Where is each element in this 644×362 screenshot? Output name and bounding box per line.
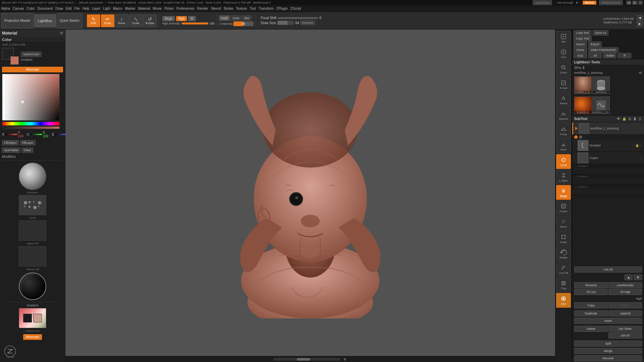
aahal-button[interactable]: AAHal	[556, 93, 571, 107]
alpha-preview[interactable]	[19, 221, 46, 241]
move-button[interactable]: ↕ Move	[115, 14, 128, 27]
panel-refresh-button[interactable]: ↺	[60, 31, 63, 36]
menu-color[interactable]: Color	[26, 7, 35, 10]
scroll-button[interactable]: Scrl	[556, 46, 571, 61]
menu-texture[interactable]: Texture	[236, 7, 247, 10]
clone-button[interactable]: Clone	[574, 47, 587, 53]
menu-preferences[interactable]: Preferences	[176, 7, 195, 10]
copy-button[interactable]: Copy	[574, 302, 608, 308]
color-swatch-area[interactable]	[2, 48, 19, 65]
focal-shift-slider[interactable]	[278, 17, 318, 19]
brit-button[interactable]: Brit	[556, 31, 571, 46]
menu-file[interactable]: File	[74, 7, 80, 10]
local-button[interactable]: Local	[556, 154, 571, 169]
b-slider[interactable]	[55, 134, 67, 135]
gxyz-button[interactable]: Gxyz	[556, 185, 571, 200]
floor-button[interactable]: Floor	[556, 139, 571, 154]
menu-tool[interactable]: Tool	[250, 7, 256, 10]
visible-button[interactable]: Visible	[603, 53, 616, 58]
menu-macro[interactable]: Macro	[113, 7, 122, 10]
nav-right-button[interactable]: ▶	[637, 21, 643, 26]
tool-thumb-simplebr[interactable]: SimpleBrush	[574, 97, 592, 114]
sys-palette-button[interactable]: SysPalette	[2, 147, 20, 153]
nav-icon-1[interactable]: ◀	[626, 1, 631, 5]
menu-zscript[interactable]: ZScript	[290, 7, 301, 10]
export-button[interactable]: Export	[588, 42, 602, 47]
load-tool-button[interactable]: Load Tool	[574, 30, 591, 36]
mrgb-button[interactable]: Mrgb	[162, 16, 175, 21]
list-all-button[interactable]: List All	[574, 266, 642, 273]
remesh-button[interactable]: Remesh	[574, 355, 642, 361]
m-button[interactable]: M	[188, 16, 196, 21]
scale-button[interactable]: ⤡ Scale	[129, 14, 143, 27]
menu-edit[interactable]: Edit	[66, 7, 71, 10]
fill-object-button[interactable]: FillObject	[2, 140, 19, 145]
lsym-button[interactable]: L.Sym	[556, 170, 571, 184]
subtool-row-1[interactable]: workflow_1_texturing ○	[572, 122, 644, 135]
alternate-button[interactable]: Alternate	[2, 67, 63, 72]
zsub-button[interactable]: Zsub	[230, 15, 241, 21]
paste-button[interactable]: Paste	[608, 302, 642, 308]
subtool-vis-2[interactable]: ○	[633, 144, 635, 147]
edit-button[interactable]: ✎ Edit	[87, 14, 100, 27]
tool-thumb-workflow[interactable]: workflow_1_te...	[574, 76, 592, 94]
copy-tool-button[interactable]: Copy Tool	[574, 36, 592, 41]
frame-button[interactable]: Frame	[556, 200, 571, 215]
color-picker[interactable]	[2, 74, 63, 129]
persp-button[interactable]: Persp	[556, 123, 571, 138]
del-all-button[interactable]: Del All	[608, 333, 642, 339]
save-as-button[interactable]: Save As	[593, 30, 608, 36]
menu-canvas[interactable]: Canvas	[13, 7, 24, 10]
subtool-down-button[interactable]: ▼	[634, 275, 642, 280]
subtool-eye-icon[interactable]: 👁	[616, 117, 621, 121]
switchcolor-button[interactable]: SwitchColor	[21, 52, 42, 57]
dynami-button[interactable]: Dynami	[556, 108, 571, 123]
menu-material[interactable]: Material	[138, 7, 150, 10]
menu-alpha[interactable]: Alpha	[1, 7, 10, 10]
default-script[interactable]: DefaultZScript	[599, 0, 623, 5]
append-button[interactable]: Append	[608, 310, 642, 316]
delete-button[interactable]: Delete	[574, 326, 608, 332]
fill-layer-button[interactable]: FillLayer	[20, 140, 36, 145]
rgb-intensity-slider[interactable]	[181, 22, 208, 24]
rotate-button[interactable]: ↺ Rotate	[143, 14, 157, 27]
dynamic-label[interactable]: Dynamic	[301, 20, 315, 25]
menu-stencil[interactable]: Stencil	[211, 7, 221, 10]
draw-button[interactable]: ✏ Draw	[101, 14, 114, 27]
menu-layer[interactable]: Layer	[92, 7, 100, 10]
lightbox-button[interactable]: LightBox	[34, 14, 56, 27]
menu-marker[interactable]: Marker	[125, 7, 136, 10]
insert-button[interactable]: Insert	[574, 318, 642, 324]
r-button[interactable]: R	[618, 53, 631, 58]
tool-thumb-cylinder[interactable]: Cylinder3D	[592, 76, 610, 94]
r-slider[interactable]	[5, 134, 17, 135]
all-low-button[interactable]: All Low	[574, 289, 608, 295]
subtool-target-icon[interactable]: ◎	[628, 117, 632, 121]
texture-preview[interactable]	[19, 246, 46, 266]
quicksave-top[interactable]: QuickSave	[533, 0, 552, 5]
subtool-row-3[interactable]: Augen ○	[572, 152, 644, 164]
actual-button[interactable]: Actual	[556, 77, 571, 92]
menu-stroke[interactable]: Stroke	[224, 7, 233, 10]
subtool-vis-1[interactable]: ○	[640, 127, 642, 130]
nav-icon-2[interactable]: ▶	[632, 1, 637, 5]
gradient-preview[interactable]	[19, 308, 46, 328]
all-high-button[interactable]: All High	[608, 289, 642, 295]
split-button[interactable]: Split	[574, 341, 642, 347]
color-picker-main[interactable]	[2, 74, 60, 121]
menu-movie[interactable]: Movie	[153, 7, 162, 10]
projection-master-button[interactable]: Projection Master	[1, 13, 34, 28]
make-polymesh-button[interactable]: Make PolyMesh3D	[588, 47, 619, 53]
subtool-arrow-2[interactable]: ▷	[640, 144, 642, 147]
subtool-lock-icon[interactable]: 🔒	[622, 117, 627, 121]
menu-render[interactable]: Render	[197, 7, 208, 10]
zoom-button[interactable]: Zoom	[556, 62, 571, 76]
subtool-lock-2[interactable]: 🔒	[635, 144, 639, 147]
scale-tool-button[interactable]: Scale	[556, 231, 571, 246]
draw-size-slider[interactable]	[277, 21, 294, 25]
menu-draw[interactable]: Draw	[55, 7, 63, 10]
rgb-button[interactable]: Rgb	[176, 16, 187, 21]
solo-button[interactable]: Solo	[556, 293, 571, 308]
all-button[interactable]: All	[588, 53, 602, 58]
subtool-row-2[interactable]: Tentakel ○ 🔒 ▷	[572, 139, 644, 152]
